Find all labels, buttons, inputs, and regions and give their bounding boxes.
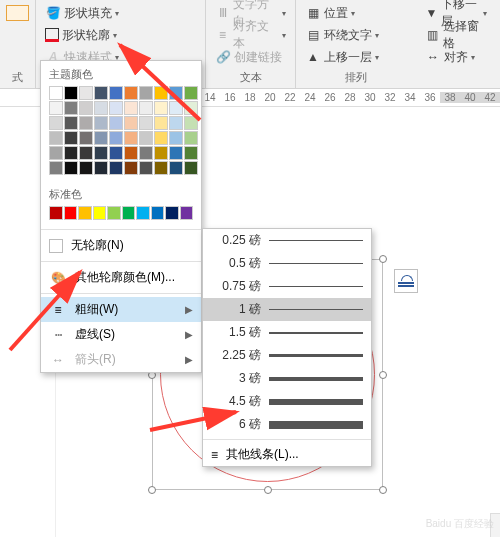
color-swatch[interactable] [79, 161, 93, 175]
color-swatch[interactable] [124, 101, 138, 115]
color-swatch[interactable] [169, 86, 183, 100]
color-swatch[interactable] [79, 146, 93, 160]
color-swatch[interactable] [49, 161, 63, 175]
weight-option[interactable]: 0.5 磅 [203, 252, 371, 275]
color-swatch[interactable] [79, 131, 93, 145]
color-swatch[interactable] [154, 131, 168, 145]
align-button[interactable]: ↔对齐▾ [422, 48, 478, 67]
color-swatch[interactable] [64, 86, 78, 100]
position-button[interactable]: ▦位置▾ [302, 4, 358, 23]
color-swatch[interactable] [64, 101, 78, 115]
more-lines-item[interactable]: ≡其他线条(L)... [203, 443, 371, 466]
color-swatch[interactable] [184, 131, 198, 145]
color-swatch[interactable] [94, 86, 108, 100]
color-swatch[interactable] [154, 116, 168, 130]
color-swatch[interactable] [124, 116, 138, 130]
bring-forward-button[interactable]: ▲上移一层▾ [302, 48, 382, 67]
color-swatch[interactable] [184, 116, 198, 130]
weight-option[interactable]: 1.5 磅 [203, 321, 371, 344]
color-swatch[interactable] [94, 101, 108, 115]
color-swatch[interactable] [94, 146, 108, 160]
color-swatch[interactable] [169, 116, 183, 130]
resize-handle[interactable] [264, 486, 272, 494]
color-swatch[interactable] [139, 101, 153, 115]
weight-option[interactable]: 0.75 磅 [203, 275, 371, 298]
resize-handle[interactable] [379, 486, 387, 494]
color-swatch[interactable] [107, 206, 121, 220]
color-swatch[interactable] [124, 131, 138, 145]
color-swatch[interactable] [94, 116, 108, 130]
color-swatch[interactable] [169, 131, 183, 145]
resize-handle[interactable] [379, 255, 387, 263]
color-swatch[interactable] [124, 86, 138, 100]
color-swatch[interactable] [109, 116, 123, 130]
weight-icon: ≡ [49, 303, 67, 317]
color-swatch[interactable] [169, 101, 183, 115]
color-swatch[interactable] [136, 206, 150, 220]
color-swatch[interactable] [49, 146, 63, 160]
color-swatch[interactable] [109, 161, 123, 175]
color-swatch[interactable] [79, 86, 93, 100]
color-swatch[interactable] [169, 161, 183, 175]
color-swatch[interactable] [180, 206, 194, 220]
weight-option[interactable]: 4.5 磅 [203, 390, 371, 413]
color-swatch[interactable] [154, 161, 168, 175]
color-swatch[interactable] [184, 86, 198, 100]
color-swatch[interactable] [109, 101, 123, 115]
dashes-item[interactable]: ┄ 虚线(S) ▶ [41, 322, 201, 347]
color-swatch[interactable] [154, 86, 168, 100]
color-swatch[interactable] [139, 131, 153, 145]
color-swatch[interactable] [93, 206, 107, 220]
wrap-text-button[interactable]: ▤环绕文字▾ [302, 26, 382, 45]
color-swatch[interactable] [49, 131, 63, 145]
color-swatch[interactable] [94, 131, 108, 145]
weight-option[interactable]: 1 磅 [203, 298, 371, 321]
resize-handle[interactable] [148, 486, 156, 494]
color-swatch[interactable] [124, 161, 138, 175]
color-swatch[interactable] [94, 161, 108, 175]
color-swatch[interactable] [139, 116, 153, 130]
weight-option[interactable]: 6 磅 [203, 413, 371, 436]
layout-options-button[interactable] [394, 269, 418, 293]
no-outline-item[interactable]: 无轮廓(N) [41, 233, 201, 258]
color-swatch[interactable] [79, 116, 93, 130]
color-swatch[interactable] [109, 86, 123, 100]
color-swatch[interactable] [49, 101, 63, 115]
color-swatch[interactable] [165, 206, 179, 220]
color-swatch[interactable] [49, 206, 63, 220]
shape-fill-button[interactable]: 🪣 形状填充 ▾ [42, 4, 122, 23]
color-swatch[interactable] [64, 206, 78, 220]
color-swatch[interactable] [124, 146, 138, 160]
color-swatch[interactable] [184, 161, 198, 175]
color-swatch[interactable] [64, 131, 78, 145]
more-colors-item[interactable]: 🎨 其他轮廓颜色(M)... [41, 265, 201, 290]
weight-item[interactable]: ≡ 粗细(W) ▶ [41, 297, 201, 322]
color-swatch[interactable] [49, 116, 63, 130]
color-swatch[interactable] [109, 131, 123, 145]
color-swatch[interactable] [49, 86, 63, 100]
color-swatch[interactable] [151, 206, 165, 220]
color-swatch[interactable] [184, 146, 198, 160]
color-swatch[interactable] [79, 101, 93, 115]
color-swatch[interactable] [122, 206, 136, 220]
color-swatch[interactable] [64, 161, 78, 175]
color-swatch[interactable] [154, 146, 168, 160]
color-swatch[interactable] [139, 146, 153, 160]
color-swatch[interactable] [78, 206, 92, 220]
color-swatch[interactable] [139, 86, 153, 100]
shape-outline-label: 形状轮廓 [62, 27, 110, 44]
weight-option[interactable]: 3 磅 [203, 367, 371, 390]
color-swatch[interactable] [154, 101, 168, 115]
weight-option[interactable]: 0.25 磅 [203, 229, 371, 252]
ruler-tick: 20 [260, 92, 280, 103]
color-swatch[interactable] [184, 101, 198, 115]
color-swatch[interactable] [139, 161, 153, 175]
color-swatch[interactable] [64, 116, 78, 130]
weight-option[interactable]: 2.25 磅 [203, 344, 371, 367]
color-swatch[interactable] [169, 146, 183, 160]
resize-handle[interactable] [379, 371, 387, 379]
shape-outline-button[interactable]: 形状轮廓 ▾ [42, 26, 120, 45]
color-swatch[interactable] [109, 146, 123, 160]
color-swatch[interactable] [64, 146, 78, 160]
no-outline-icon [49, 239, 63, 253]
